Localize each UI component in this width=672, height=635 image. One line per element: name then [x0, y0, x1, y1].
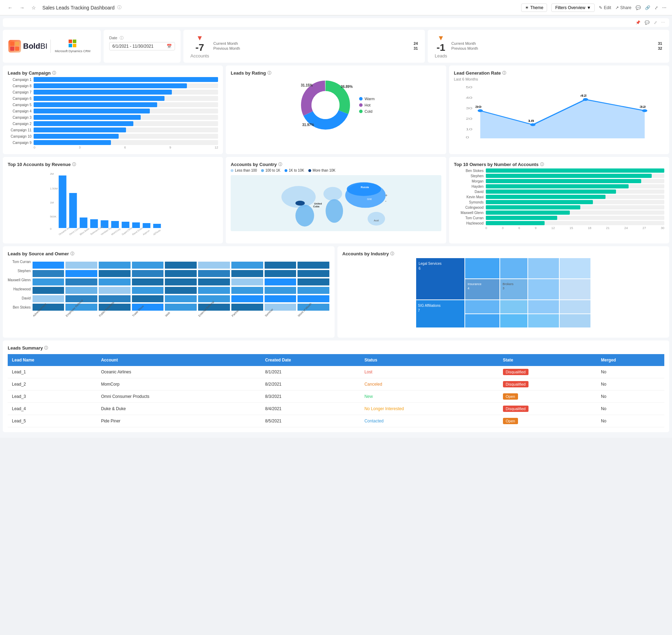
top10-accounts-title: Top 10 Accounts by Revenue ⓘ: [8, 162, 218, 167]
svg-text:0: 0: [465, 136, 469, 139]
svg-text:3: 3: [503, 287, 504, 290]
theme-button[interactable]: ☀ Theme: [521, 4, 547, 12]
charts-row-2: Top 10 Accounts by Revenue ⓘ 2M 1.50M 1M…: [3, 157, 669, 243]
heatmap-cell: [198, 261, 230, 269]
donut-chart: 31.15% 31.97% 36.89%: [298, 77, 354, 133]
svg-rect-90: [500, 314, 528, 328]
share-button[interactable]: ↗ Share: [615, 5, 631, 10]
owner-name: Maxwell Glenn: [454, 211, 484, 215]
top10-owners-info-icon: ⓘ: [540, 162, 544, 167]
bookmark-button[interactable]: ☆: [29, 4, 38, 11]
more-options-icon[interactable]: ⋯: [661, 20, 665, 25]
accounts-kpi-card: ▼ -7 Accounts Current Month 24 Previous …: [183, 30, 425, 63]
edit-button[interactable]: ✎ Edit: [599, 5, 611, 10]
leads-summary-card: Leads Summary ⓘ Lead Name Account Create…: [3, 340, 669, 432]
campaign-label: Campaign 9: [8, 141, 31, 145]
accounts-current-value: 24: [414, 41, 418, 46]
campaign-fill: [34, 77, 218, 82]
svg-point-17: [583, 98, 588, 101]
link-button[interactable]: 🔗: [645, 5, 650, 10]
heatmap-cell: [132, 261, 164, 269]
source-owner-label: Maxwell Glenn: [8, 276, 31, 284]
cell-lead-name: Lead_4: [8, 403, 97, 415]
legend-1k-10k: 1K to 10K: [285, 168, 304, 172]
heatmap-cell: [32, 270, 65, 277]
boldbi-logo: BoldBI: [8, 40, 48, 53]
heatmap-cell: [32, 287, 65, 294]
accounts-country-info-icon: ⓘ: [278, 162, 282, 167]
col-merged: Merged: [597, 354, 664, 366]
area-chart: 50 40 30 20 10 0 30: [454, 84, 664, 140]
expand-button[interactable]: ⤤: [654, 5, 658, 10]
source-owner-labels: Tom CurranStephenMaxwell GlennHazlewoodD…: [8, 258, 31, 333]
svg-rect-76: [528, 279, 559, 300]
date-filter-card: Date ⓘ 6/1/2021 - 11/30/2021 📅: [104, 30, 181, 63]
cell-lead-name: Lead_5: [8, 415, 97, 427]
forward-button[interactable]: →: [18, 4, 27, 11]
cold-dot: [359, 110, 363, 113]
source-owner-label: Tom Curran: [8, 258, 31, 265]
cell-merged: No: [597, 403, 664, 415]
svg-text:6: 6: [419, 267, 421, 270]
date-value[interactable]: 6/1/2021 - 11/30/2021 📅: [109, 42, 175, 50]
leads-summary-info-icon: ⓘ: [44, 345, 48, 351]
svg-rect-70: [465, 258, 500, 279]
filter-label: Filters Overview: [555, 5, 585, 10]
chevron-down-icon: ▼: [587, 5, 591, 10]
owner-name: Tom Curran: [454, 216, 484, 220]
owner-track: [486, 179, 664, 183]
svg-point-58: [368, 212, 385, 226]
table-row: Lead_3 Omni Consumer Products 8/3/2021 N…: [8, 391, 664, 403]
heatmap-cell: [264, 287, 297, 294]
svg-point-59: [295, 201, 305, 206]
hot-dot: [359, 103, 363, 107]
comment-icon: 💬: [645, 20, 650, 25]
expand-icon: ⤤: [654, 20, 657, 25]
campaign-bar-row: Campaign 1: [8, 77, 218, 82]
svg-text:4: 4: [468, 287, 469, 290]
svg-point-16: [530, 123, 536, 126]
theme-label: Theme: [530, 5, 543, 10]
campaign-track: [34, 127, 218, 132]
owner-fill: [486, 195, 606, 199]
heatmap-cell: [65, 287, 98, 294]
campaign-bar-row: Campaign 7: [8, 90, 218, 95]
svg-text:Ghtt: Ghtt: [367, 198, 372, 201]
svg-text:Aust: Aust: [374, 219, 379, 222]
cold-legend: Cold: [359, 109, 375, 113]
accounts-current-label: Current Month: [213, 41, 238, 46]
svg-point-54: [323, 187, 342, 201]
cell-lead-name: Lead_1: [8, 366, 97, 378]
leads-by-rating-title: Leads by Rating ⓘ: [231, 70, 441, 76]
filters-button[interactable]: Filters Overview ▼: [551, 4, 595, 12]
leads-detail: Current Month 31 Previous Month 32: [451, 41, 662, 51]
owner-fill: [486, 200, 593, 204]
back-button[interactable]: ←: [6, 4, 15, 11]
svg-text:40: 40: [465, 96, 472, 99]
leads-label: Leads: [435, 53, 447, 58]
accounts-label: Accounts: [190, 53, 209, 58]
cell-merged: No: [597, 366, 664, 378]
owner-track: [486, 205, 664, 209]
logo-card: BoldBI Microsoft Dynamics CRM: [3, 30, 101, 63]
campaign-bar-row: Campaign 10: [8, 134, 218, 139]
campaign-bar-row: Campaign 2: [8, 121, 218, 126]
leads-source-info-icon: ⓘ: [70, 251, 74, 256]
owner-track: [486, 200, 664, 204]
heatmap-cell: [65, 278, 98, 286]
charts-row-1: Leads by Campaign ⓘ Campaign 1 Campaign …: [3, 65, 669, 154]
svg-text:1M: 1M: [50, 201, 54, 204]
chat-button[interactable]: 💬: [636, 5, 641, 10]
campaign-bar-row: Campaign 5: [8, 102, 218, 107]
owner-bar-row: David: [454, 189, 664, 194]
more-button[interactable]: ⋯: [662, 5, 666, 10]
calendar-icon: 📅: [167, 44, 172, 49]
share-icon: ↗: [615, 5, 619, 10]
legend-1k-10k-dot: [285, 169, 287, 172]
svg-rect-88: [559, 300, 591, 314]
svg-rect-85: [465, 300, 500, 314]
owner-track: [486, 168, 664, 173]
source-owner-label: Ben Stokes: [8, 303, 31, 311]
svg-rect-77: [559, 279, 591, 300]
owner-name: Hayden: [454, 185, 484, 188]
